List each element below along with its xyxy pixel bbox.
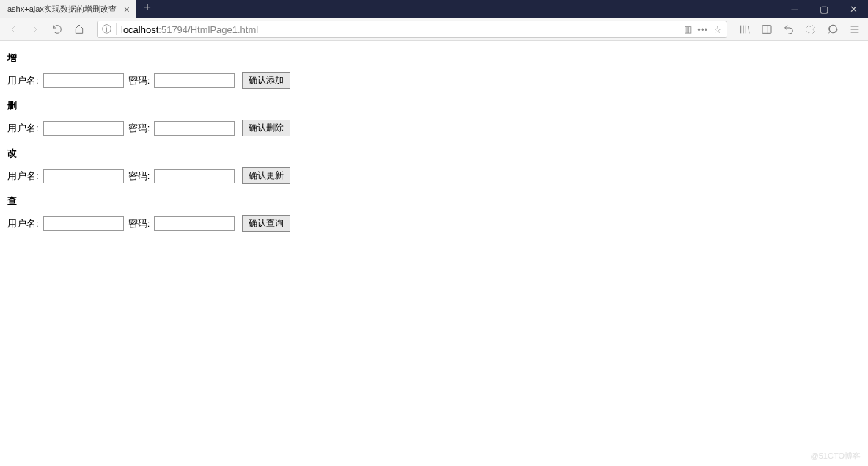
window-controls: ─ ▢ ✕ <box>780 0 868 18</box>
query-pwd-label: 密码: <box>128 217 150 230</box>
forward-button[interactable] <box>26 21 44 38</box>
add-form-row: 用户名: 密码: 确认添加 <box>7 72 861 89</box>
titlebar: ashx+ajax实现数据的增删改查 × + ─ ▢ ✕ <box>0 0 868 18</box>
address-bar[interactable]: ⓘ localhost:51794/HtmlPage1.html ▥ ••• ☆ <box>97 21 727 38</box>
update-pwd-input[interactable] <box>154 169 235 183</box>
delete-user-label: 用户名: <box>7 122 39 135</box>
update-user-label: 用户名: <box>7 170 39 183</box>
library-icon[interactable] <box>736 21 754 38</box>
menu-button[interactable] <box>846 21 864 38</box>
reload-button[interactable] <box>48 21 66 38</box>
more-icon[interactable]: ••• <box>697 24 707 35</box>
query-user-input[interactable] <box>43 216 124 231</box>
delete-user-input[interactable] <box>43 121 124 136</box>
browser-tab[interactable]: ashx+ajax实现数据的增删改查 × <box>0 0 136 18</box>
query-pwd-input[interactable] <box>154 216 235 231</box>
home-button[interactable] <box>70 21 88 38</box>
svg-rect-0 <box>762 26 771 34</box>
delete-pwd-label: 密码: <box>128 122 150 135</box>
svg-point-1 <box>829 26 837 32</box>
add-button[interactable]: 确认添加 <box>242 72 290 89</box>
delete-form-row: 用户名: 密码: 确认删除 <box>7 120 861 136</box>
close-window-button[interactable]: ✕ <box>839 0 868 18</box>
new-tab-button[interactable]: + <box>136 0 158 15</box>
close-tab-icon[interactable]: × <box>124 4 130 15</box>
toolbar: ⓘ localhost:51794/HtmlPage1.html ▥ ••• ☆ <box>0 18 868 41</box>
update-user-input[interactable] <box>43 169 124 183</box>
query-user-label: 用户名: <box>7 217 39 230</box>
undo-icon[interactable] <box>780 21 798 38</box>
delete-button[interactable]: 确认删除 <box>242 120 290 136</box>
update-pwd-label: 密码: <box>128 170 150 183</box>
query-form-row: 用户名: 密码: 确认查询 <box>7 215 861 232</box>
add-pwd-input[interactable] <box>154 73 235 88</box>
section-query-title: 查 <box>7 194 861 208</box>
section-add-title: 增 <box>7 51 861 65</box>
update-button[interactable]: 确认更新 <box>242 167 290 184</box>
add-pwd-label: 密码: <box>128 74 150 87</box>
add-user-label: 用户名: <box>7 74 39 87</box>
chat-icon[interactable] <box>824 21 842 38</box>
query-button[interactable]: 确认查询 <box>242 215 290 232</box>
sidebar-icon[interactable] <box>758 21 776 38</box>
tab-title: ashx+ajax实现数据的增删改查 <box>7 4 117 15</box>
add-user-input[interactable] <box>43 73 124 88</box>
delete-pwd-input[interactable] <box>154 121 235 136</box>
update-form-row: 用户名: 密码: 确认更新 <box>7 167 861 184</box>
bookmark-icon[interactable]: ☆ <box>713 24 722 35</box>
url-text[interactable]: localhost:51794/HtmlPage1.html <box>121 24 678 35</box>
clip-icon[interactable] <box>802 21 820 38</box>
section-update-title: 改 <box>7 147 861 160</box>
page-content: 增 用户名: 密码: 确认添加 删 用户名: 密码: 确认删除 改 用户名: 密… <box>0 41 868 242</box>
reader-icon[interactable]: ▥ <box>684 24 691 35</box>
maximize-button[interactable]: ▢ <box>809 0 839 18</box>
info-icon[interactable]: ⓘ <box>102 23 111 36</box>
section-delete-title: 删 <box>7 99 861 112</box>
back-button[interactable] <box>4 21 22 38</box>
minimize-button[interactable]: ─ <box>780 0 809 18</box>
